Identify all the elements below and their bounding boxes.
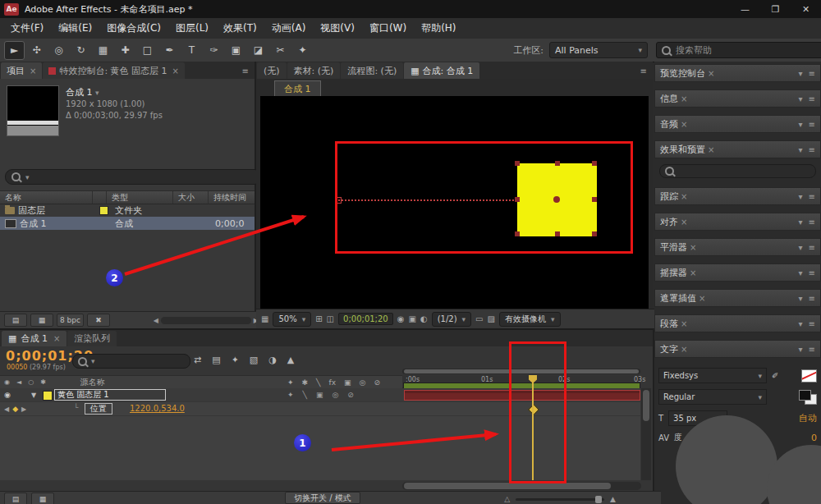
font-family-dropdown[interactable]: Fixedsys ▾ [658, 368, 767, 383]
panel-menu-icon[interactable]: ≡ [809, 218, 815, 227]
expand-folder-icon[interactable]: ▦ [31, 493, 54, 504]
lock-icon[interactable]: ▦ [410, 66, 419, 76]
chevron-down-icon[interactable]: ▾ [799, 268, 803, 277]
tab-layer-none[interactable]: (无) [257, 62, 287, 79]
show-snapshot-icon[interactable]: ▣ [408, 314, 415, 323]
close-icon[interactable]: × [681, 192, 687, 201]
tab-effect-controls[interactable]: 特效控制台: 黄色 固态层 1 × [43, 62, 185, 79]
tab-footage[interactable]: 素材: (无) [287, 62, 341, 79]
twirl-icon[interactable]: ▼ [31, 392, 36, 399]
panel-menu-icon[interactable]: ≡ [809, 69, 815, 78]
workspace-dropdown[interactable]: All Panels ▾ [549, 42, 648, 58]
layer-quality-icon[interactable]: ╲ [303, 391, 307, 399]
zoom-slider-handle[interactable] [595, 496, 602, 503]
tab-composition[interactable]: ▦ 合成: 合成 1 [404, 62, 479, 79]
menu-item[interactable]: 图像合成(C) [99, 19, 168, 38]
menu-item[interactable]: 编辑(E) [51, 19, 99, 38]
eye-icon[interactable]: ◉ [4, 391, 11, 399]
panel-header[interactable]: 跟踪 × ▾ ≡ [654, 187, 821, 205]
close-button[interactable]: ✕ [791, 0, 821, 18]
layer-shy-icon[interactable]: ✦ [287, 391, 294, 399]
resolution-dropdown[interactable]: (1/2) ▾ [432, 312, 471, 327]
panel-menu-icon[interactable]: ≡ [809, 243, 815, 252]
panel-menu-icon[interactable]: ≡ [809, 294, 815, 303]
close-icon[interactable]: × [681, 94, 687, 103]
close-icon[interactable]: × [53, 334, 60, 343]
motion-blur-icon[interactable]: ◑ [268, 355, 277, 365]
chevron-down-icon[interactable]: ▾ [799, 145, 803, 154]
roto-brush-tool[interactable]: ✂ [270, 41, 291, 60]
panel-menu-icon[interactable]: ≡ [809, 319, 815, 328]
column-size[interactable]: 大小 [173, 191, 209, 204]
close-icon[interactable]: × [681, 218, 687, 227]
frame-blend-column-icon[interactable]: ▣ [344, 378, 351, 387]
column-name[interactable]: 名称 [0, 191, 93, 204]
panel-menu-icon[interactable]: ≡ [242, 66, 255, 79]
next-keyframe-icon[interactable]: ▶ [21, 405, 26, 413]
panel-menu-icon[interactable]: ≡ [809, 145, 815, 154]
close-icon[interactable]: × [708, 69, 714, 78]
chevron-down-icon[interactable]: ▾ [799, 243, 803, 252]
project-columns-header[interactable]: 名称 类型 大小 持续时间 [0, 190, 255, 204]
live-update-icon[interactable]: ⇄ [194, 355, 201, 365]
tracking-value[interactable]: 0 [811, 433, 817, 443]
zoom-tool[interactable]: ◎ [48, 41, 69, 60]
layer-motion-blur-icon[interactable]: ◎ [332, 391, 338, 399]
toggle-switches-modes-button[interactable]: 切换开关 / 模式 [285, 492, 360, 504]
menu-item[interactable]: 窗口(W) [362, 19, 414, 38]
active-camera-dropdown[interactable]: 有效摄像机 ▾ [499, 312, 561, 327]
column-type[interactable]: 类型 [107, 191, 173, 204]
text-color-swatches[interactable] [799, 390, 817, 405]
panel-header[interactable]: 音频 × ▾ ≡ [654, 115, 821, 133]
frame-blend-icon[interactable]: ▧ [250, 355, 258, 365]
menu-item[interactable]: 图层(L) [168, 19, 216, 38]
no-fill-swatch[interactable] [801, 369, 817, 383]
chevron-down-icon[interactable]: ▾ [799, 69, 803, 78]
panel-header[interactable]: 文字 × ▾ ≡ [654, 340, 821, 358]
close-icon[interactable]: × [699, 294, 705, 303]
layer-name[interactable]: 黄色 固态层 1 [54, 389, 166, 401]
channels-icon[interactable]: ◐ [420, 314, 428, 323]
menu-item[interactable]: 视图(V) [313, 19, 362, 38]
timeline-search-input[interactable]: ▾ [72, 354, 190, 369]
audio-column-icon[interactable]: ◄ [16, 378, 21, 386]
chevron-down-icon[interactable]: ▾ [799, 218, 803, 227]
magnification-dropdown[interactable]: 50% ▾ [273, 312, 311, 327]
panel-menu-icon[interactable]: ≡ [809, 345, 815, 354]
safe-zones-icon[interactable]: ⊞ [315, 314, 322, 323]
expand-comp-icon[interactable]: ▤ [4, 493, 27, 504]
transparency-grid-icon[interactable]: ▨ [488, 314, 495, 323]
menu-item[interactable]: 文件(F) [3, 19, 51, 38]
panel-header[interactable]: 信息 × ▾ ≡ [654, 89, 821, 108]
tab-timeline-comp[interactable]: ▦ 合成 1 × [2, 331, 67, 346]
eraser-tool[interactable]: ◪ [248, 41, 268, 60]
clone-stamp-tool[interactable]: ▣ [226, 41, 246, 60]
graph-editor-icon[interactable]: ▲ [287, 355, 294, 365]
property-value[interactable]: 1220.0,534.0 [130, 404, 185, 413]
mask-visibility-icon[interactable]: ◫ [327, 314, 334, 323]
new-folder-icon[interactable]: ▦ [30, 314, 53, 327]
chevron-down-icon[interactable]: ▾ [799, 120, 803, 129]
panel-menu-icon[interactable]: ≡ [809, 94, 815, 103]
chevron-down-icon[interactable]: ▾ [799, 345, 803, 354]
pen-tool[interactable]: ✒ [159, 41, 180, 60]
close-icon[interactable]: × [172, 66, 179, 76]
close-icon[interactable]: × [708, 145, 714, 154]
menu-item[interactable]: 效果(T) [216, 19, 264, 38]
shape-tool[interactable]: □ [137, 41, 158, 60]
motion-blur-column-icon[interactable]: ◎ [360, 378, 366, 387]
camera-tool[interactable]: ▦ [93, 41, 113, 60]
固态层[interactable]: 固态层 文件夹 [0, 204, 255, 217]
hand-tool[interactable]: ✣ [26, 41, 47, 60]
comp-mini-tab[interactable]: 合成 1 [274, 80, 321, 97]
panel-header[interactable]: 遮罩插值 × ▾ ≡ [654, 289, 821, 307]
quality-column-icon[interactable]: ╲ [316, 378, 320, 387]
adjustment-column-icon[interactable]: ⊘ [374, 378, 380, 387]
brush-tool[interactable]: ✑ [204, 41, 224, 60]
panel-menu-icon[interactable]: ≡ [809, 192, 815, 201]
tab-render-queue[interactable]: 渲染队列 [67, 331, 117, 346]
panel-menu-icon[interactable]: ≡ [809, 268, 815, 277]
chevron-down-icon[interactable]: ▾ [799, 94, 803, 103]
keyframe-toggle-icon[interactable]: ◆ [12, 405, 18, 413]
video-column-icon[interactable]: ◉ [4, 378, 10, 386]
